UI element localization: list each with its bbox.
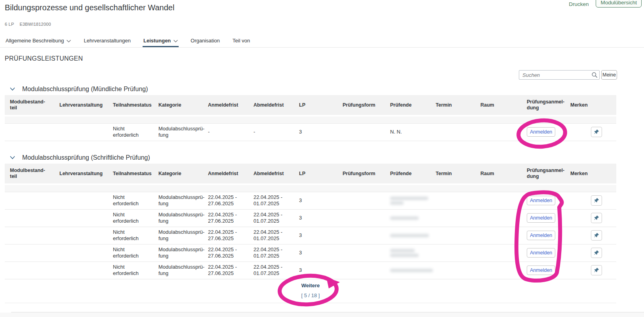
cell-pruefende — [385, 244, 431, 262]
cell-lp: 3 — [294, 227, 337, 244]
chevron-down-icon[interactable] — [173, 40, 178, 43]
weitere-more-link[interactable]: Weitere — [301, 283, 320, 288]
cell-teilnahmestatus: Nicht erforderlich — [108, 123, 153, 141]
chevron-down-icon[interactable] — [10, 156, 15, 160]
merken-pin-button[interactable] — [591, 213, 602, 223]
table-header-row: Modulbestand- teilLehrveranstaltungTeiln… — [5, 164, 616, 184]
cell-pruefungsform — [337, 262, 385, 279]
cell-pruefende: N. N. — [385, 123, 431, 141]
anmelden-button[interactable]: Anmelden — [527, 265, 555, 275]
cell-pruefungsform — [337, 192, 385, 209]
cell-kategorie: Modulabschlussprü- fung — [153, 244, 203, 262]
cell-anmeldung: Anmelden — [522, 192, 565, 209]
column-header: Prüfungsform — [337, 164, 385, 184]
cell-lehrveranstaltung — [54, 192, 108, 209]
cell-merken — [565, 244, 616, 262]
chevron-down-icon[interactable] — [10, 87, 15, 91]
search-icon[interactable] — [591, 72, 598, 78]
anmelden-button[interactable]: Anmelden — [527, 248, 555, 258]
cell-teilnahmestatus: Nicht erforderlich — [108, 262, 153, 279]
merken-pin-button[interactable] — [591, 248, 602, 258]
cell-merken — [565, 262, 616, 279]
redacted-examiner-name — [390, 201, 404, 205]
anmelden-button[interactable]: Anmelden — [527, 213, 555, 223]
credits-label: 6 LP — [5, 22, 14, 27]
exam-row: Nicht erforderlichModulabschlussprü- fun… — [5, 262, 616, 279]
anmelden-button[interactable]: Anmelden — [527, 196, 555, 205]
cell-modulbestandteil — [5, 244, 54, 262]
group-spacer-row — [5, 116, 616, 123]
column-header: Lehrveranstaltung — [54, 164, 108, 184]
cell-abmeldefrist: 22.04.2025 - 01.07.2025 — [248, 227, 294, 244]
cell-pruefende — [385, 209, 431, 227]
tab-bar: Allgemeine BeschreibungLehrveranstaltung… — [0, 37, 644, 48]
cell-teilnahmestatus: Nicht erforderlich — [108, 209, 153, 227]
module-meta: 6 LP E3BWI1812000 — [5, 22, 51, 27]
module-overview-button[interactable]: Modulübersicht — [596, 0, 642, 8]
tab-organisation[interactable]: Organisation — [190, 37, 221, 47]
cell-termin — [431, 192, 475, 209]
cell-lehrveranstaltung — [54, 262, 108, 279]
module-code: E3BWI1812000 — [19, 22, 51, 27]
column-header: Prüfende — [385, 95, 431, 116]
merken-pin-button[interactable] — [591, 127, 602, 137]
pin-icon — [594, 215, 599, 221]
cell-raum — [475, 227, 522, 244]
column-header: Modulbestand- teil — [5, 95, 54, 116]
tab-lehrveranstaltungen[interactable]: Lehrveranstaltungen — [83, 37, 131, 47]
merken-pin-button[interactable] — [591, 230, 602, 241]
search-input[interactable] — [522, 72, 591, 78]
cell-teilnahmestatus: Nicht erforderlich — [108, 244, 153, 262]
column-header: Raum — [475, 164, 522, 184]
tab-allgemeine-beschreibung[interactable]: Allgemeine Beschreibung — [5, 37, 72, 47]
cell-modulbestandteil — [5, 262, 54, 279]
exam-row: Nicht erforderlichModulabschlussprü- fun… — [5, 209, 616, 227]
cell-modulbestandteil — [5, 123, 54, 141]
tab-leistungen[interactable]: Leistungen — [143, 37, 179, 47]
merken-pin-button[interactable] — [591, 265, 602, 275]
column-header: Anmeldefrist — [203, 164, 248, 184]
exam-row: Nicht erforderlichModulabschlussprü- fun… — [5, 227, 616, 244]
cell-anmeldefrist: 22.04.2025 - 27.06.2025 — [203, 262, 248, 279]
cell-teilnahmestatus: Nicht erforderlich — [108, 227, 153, 244]
cell-lehrveranstaltung — [54, 209, 108, 227]
cell-raum — [475, 123, 522, 141]
cell-anmeldung: Anmelden — [522, 244, 565, 262]
column-header: Kategorie — [153, 95, 203, 116]
column-header: Termin — [431, 164, 475, 184]
anmelden-button[interactable]: Anmelden — [527, 231, 555, 240]
pin-icon — [594, 250, 599, 256]
pin-icon — [594, 129, 599, 135]
print-link[interactable]: Drucken — [569, 0, 589, 7]
cell-teilnahmestatus: Nicht erforderlich — [108, 192, 153, 209]
tab-label: Teil von — [232, 38, 250, 44]
cell-pruefende — [385, 262, 431, 279]
cell-lp: 3 — [294, 192, 337, 209]
merken-pin-button[interactable] — [591, 195, 602, 206]
section-header-schriftliche-pruefung: Modulabschlussprüfung (Schriftliche Prüf… — [10, 154, 150, 161]
cell-anmeldung: Anmelden — [522, 227, 565, 244]
cell-raum — [475, 209, 522, 227]
cell-kategorie: Modulabschlussprü- fung — [153, 262, 203, 279]
cell-anmeldefrist: 22.04.2025 - 27.06.2025 — [203, 227, 248, 244]
cell-raum — [475, 192, 522, 209]
anmelden-button[interactable]: Anmelden — [527, 127, 555, 137]
cell-kategorie: Modulabschlussprü- fung — [153, 227, 203, 244]
table-header-row: Modulbestand- teilLehrveranstaltungTeiln… — [5, 95, 616, 116]
chevron-down-icon[interactable] — [67, 40, 71, 43]
pin-icon — [594, 198, 599, 203]
column-header: Anmeldefrist — [203, 95, 248, 116]
tab-teil-von[interactable]: Teil von — [232, 37, 251, 47]
cell-kategorie: Modulabschlussprü- fung — [153, 123, 203, 141]
group-spacer-row — [5, 184, 616, 192]
tab-label: Organisation — [191, 38, 220, 44]
redacted-examiner-name — [390, 249, 415, 252]
cell-kategorie: Modulabschlussprü- fung — [153, 192, 203, 209]
column-header: Prüfungsform — [337, 95, 385, 116]
cell-raum — [475, 244, 522, 262]
cell-lehrveranstaltung — [54, 123, 108, 141]
column-header: Abmeldefrist — [248, 95, 294, 116]
cell-termin — [431, 227, 475, 244]
meine-button[interactable]: Meine — [601, 70, 617, 80]
column-header: Abmeldefrist — [248, 164, 294, 184]
